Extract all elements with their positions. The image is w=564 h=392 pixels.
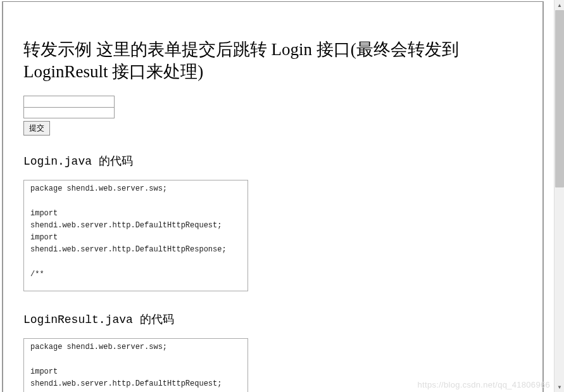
page-scrollbar[interactable]: ▲ ▼ bbox=[554, 0, 564, 392]
watermark: https://blog.csdn.net/qq_41806966 bbox=[418, 380, 550, 389]
username-input[interactable] bbox=[23, 96, 115, 107]
divider bbox=[3, 1, 542, 2]
login-form bbox=[23, 96, 522, 118]
login-code-box[interactable] bbox=[23, 180, 248, 291]
scroll-up-button[interactable]: ▲ bbox=[555, 0, 564, 10]
loginresult-code-heading: LoginResult.java 的代码 bbox=[23, 312, 522, 327]
content-area: 转发示例 这里的表单提交后跳转 Login 接口(最终会转发到 LoginRes… bbox=[3, 39, 542, 392]
loginresult-code-box[interactable] bbox=[23, 338, 248, 392]
page-frame: 转发示例 这里的表单提交后跳转 Login 接口(最终会转发到 LoginRes… bbox=[2, 1, 544, 392]
page-title: 转发示例 这里的表单提交后跳转 Login 接口(最终会转发到 LoginRes… bbox=[23, 39, 522, 83]
submit-button[interactable]: 提交 bbox=[23, 121, 50, 136]
login-code-heading: Login.java 的代码 bbox=[23, 153, 522, 168]
scrollbar-thumb[interactable] bbox=[555, 10, 564, 187]
scroll-down-button[interactable]: ▼ bbox=[555, 382, 564, 392]
password-input[interactable] bbox=[23, 107, 115, 118]
